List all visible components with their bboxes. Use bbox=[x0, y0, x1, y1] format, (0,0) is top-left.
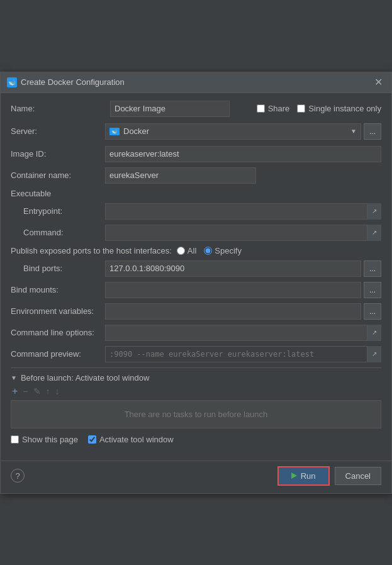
add-task-button[interactable]: + bbox=[11, 386, 19, 396]
radio-specify-label[interactable]: Specify bbox=[204, 246, 242, 255]
before-launch-section: ▼ Before launch: Activate tool window + … bbox=[11, 373, 381, 428]
name-row: Name: Share Single instance only bbox=[11, 101, 381, 117]
entrypoint-label: Entrypoint: bbox=[23, 206, 105, 216]
help-button[interactable]: ? bbox=[11, 469, 25, 483]
cmd-preview-row: Command preview: :9090 --name eurekaServ… bbox=[11, 346, 381, 362]
bind-ports-label: Bind ports: bbox=[23, 264, 105, 273]
footer-right: Run Cancel bbox=[277, 466, 381, 486]
cmd-line-opts-row: Command line options: ↗ bbox=[11, 325, 381, 341]
container-name-label: Container name: bbox=[11, 171, 105, 180]
image-id-input[interactable] bbox=[105, 146, 381, 162]
no-tasks-placeholder: There are no tasks to run before launch bbox=[11, 400, 381, 428]
dialog: 🐋 Create Docker Configuration ✕ Name: Sh… bbox=[0, 72, 392, 494]
footer-left: ? bbox=[11, 469, 25, 483]
show-page-checkbox-label[interactable]: Show this page bbox=[11, 435, 78, 444]
show-page-label: Show this page bbox=[22, 435, 78, 444]
activate-tool-checkbox-label[interactable]: Activate tool window bbox=[88, 435, 174, 444]
entrypoint-row: Entrypoint: ↗ bbox=[23, 203, 381, 220]
server-inner: 🐋 Docker bbox=[109, 126, 149, 136]
collapse-icon[interactable]: ▼ bbox=[11, 374, 17, 381]
title-bar-left: 🐋 Create Docker Configuration bbox=[7, 77, 125, 87]
dialog-title: Create Docker Configuration bbox=[21, 77, 125, 87]
footer: ? Run Cancel bbox=[1, 461, 391, 493]
name-label: Name: bbox=[11, 104, 105, 113]
env-vars-input[interactable] bbox=[105, 303, 361, 320]
bind-ports-more-button[interactable]: ... bbox=[364, 260, 381, 277]
activate-tool-label: Activate tool window bbox=[99, 435, 174, 444]
name-left: Name: bbox=[11, 101, 230, 117]
publish-ports-row: Publish exposed ports to the host interf… bbox=[11, 246, 381, 255]
bind-ports-input[interactable] bbox=[105, 260, 361, 277]
cmd-preview-text: :9090 --name eurekaServer eurekaserver:l… bbox=[105, 346, 367, 362]
radio-specify[interactable] bbox=[204, 247, 212, 255]
remove-task-button[interactable]: − bbox=[21, 387, 29, 396]
single-instance-checkbox[interactable] bbox=[297, 104, 305, 113]
docker-server-icon: 🐋 bbox=[109, 128, 120, 135]
share-checkbox[interactable] bbox=[257, 104, 265, 113]
before-launch-label: Before launch: Activate tool window bbox=[21, 373, 150, 383]
bind-mounts-input[interactable] bbox=[105, 282, 361, 298]
run-icon bbox=[291, 473, 297, 479]
env-vars-label: Environment variables: bbox=[11, 306, 105, 316]
before-launch-header: ▼ Before launch: Activate tool window bbox=[11, 373, 381, 383]
docker-icon: 🐋 bbox=[7, 77, 17, 87]
run-label: Run bbox=[301, 471, 316, 481]
bind-mounts-row: Bind mounts: ... bbox=[11, 282, 381, 298]
cancel-button[interactable]: Cancel bbox=[335, 467, 381, 485]
cmd-line-opts-input[interactable] bbox=[105, 325, 367, 341]
bind-mounts-label: Bind mounts: bbox=[11, 285, 105, 294]
radio-all-text: All bbox=[188, 246, 196, 255]
cmd-line-opts-label: Command line options: bbox=[11, 328, 105, 337]
bind-mounts-more-button[interactable]: ... bbox=[364, 282, 381, 298]
single-instance-checkbox-label[interactable]: Single instance only bbox=[297, 104, 381, 113]
env-vars-row: Environment variables: ... bbox=[11, 303, 381, 320]
bottom-checkboxes: Show this page Activate tool window bbox=[11, 435, 381, 444]
cmd-line-opts-expand-button[interactable]: ↗ bbox=[367, 325, 381, 341]
image-id-row: Image ID: bbox=[11, 146, 381, 162]
image-id-label: Image ID: bbox=[11, 149, 105, 159]
show-page-checkbox[interactable] bbox=[11, 435, 19, 444]
activate-tool-checkbox[interactable] bbox=[88, 435, 96, 444]
cmd-preview-expand-button[interactable]: ↗ bbox=[367, 346, 381, 362]
move-down-button[interactable]: ↓ bbox=[54, 387, 61, 396]
share-label: Share bbox=[268, 104, 290, 113]
radio-specify-text: Specify bbox=[215, 246, 242, 255]
title-bar: 🐋 Create Docker Configuration ✕ bbox=[1, 72, 391, 93]
separator bbox=[11, 367, 381, 368]
radio-all[interactable] bbox=[177, 247, 185, 255]
server-value: Docker bbox=[123, 126, 149, 136]
dialog-content: Name: Share Single instance only Server:… bbox=[1, 93, 391, 461]
command-expand-button[interactable]: ↗ bbox=[367, 225, 381, 241]
radio-all-label[interactable]: All bbox=[177, 246, 196, 255]
env-vars-more-button[interactable]: ... bbox=[364, 303, 381, 320]
name-right: Share Single instance only bbox=[257, 104, 381, 113]
executable-section-label: Executable bbox=[11, 189, 381, 198]
run-button[interactable]: Run bbox=[277, 466, 330, 486]
entrypoint-input[interactable] bbox=[105, 203, 367, 220]
server-label: Server: bbox=[11, 126, 105, 136]
edit-task-button[interactable]: ✎ bbox=[32, 387, 42, 396]
command-input[interactable] bbox=[105, 225, 367, 241]
share-checkbox-label[interactable]: Share bbox=[257, 104, 290, 113]
radio-group: All Specify bbox=[177, 246, 242, 255]
container-name-input[interactable] bbox=[105, 167, 256, 184]
publish-ports-label: Publish exposed ports to the host interf… bbox=[11, 246, 172, 255]
command-label: Command: bbox=[23, 228, 105, 237]
container-name-row: Container name: bbox=[11, 167, 381, 184]
single-instance-label: Single instance only bbox=[308, 104, 381, 113]
close-button[interactable]: ✕ bbox=[372, 76, 385, 89]
bind-ports-row: Bind ports: ... bbox=[23, 260, 381, 277]
name-input[interactable] bbox=[110, 101, 230, 117]
server-more-button[interactable]: ... bbox=[364, 123, 381, 140]
chevron-down-icon: ▼ bbox=[350, 128, 357, 135]
move-up-button[interactable]: ↑ bbox=[45, 387, 52, 396]
before-launch-toolbar: + − ✎ ↑ ↓ bbox=[11, 386, 381, 396]
entrypoint-expand-button[interactable]: ↗ bbox=[367, 203, 381, 220]
server-select[interactable]: 🐋 Docker ▼ bbox=[105, 123, 361, 140]
cmd-preview-label: Command preview: bbox=[11, 349, 105, 359]
server-row: Server: 🐋 Docker ▼ ... bbox=[11, 123, 381, 140]
command-row: Command: ↗ bbox=[23, 225, 381, 241]
